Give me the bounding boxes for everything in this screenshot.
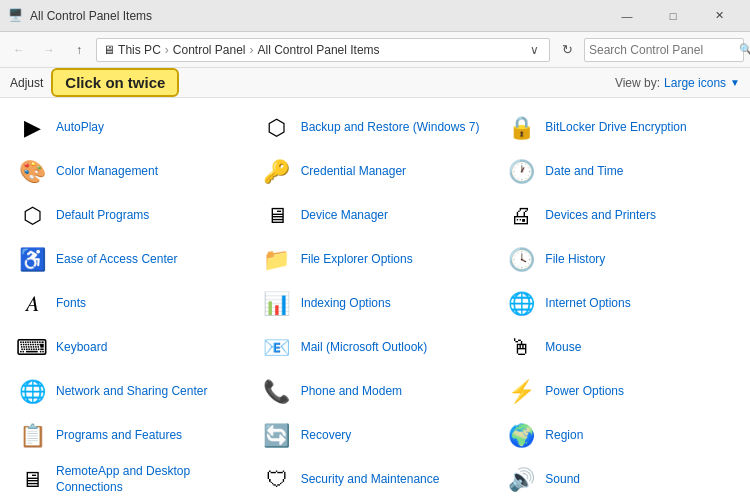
panel-item[interactable]: 🎨Color Management — [8, 150, 253, 194]
panel-item-icon: 📁 — [261, 244, 293, 276]
panel-item-icon: 🕐 — [505, 156, 537, 188]
panel-item-icon: ⌨ — [16, 332, 48, 364]
panel-item[interactable]: 🖱Mouse — [497, 326, 742, 370]
panel-item[interactable]: 📞Phone and Modem — [253, 370, 498, 414]
panel-item-label: Default Programs — [56, 208, 149, 224]
toolbar-left: Adjust Click on twice — [10, 68, 179, 97]
panel-item-icon: 🔒 — [505, 112, 537, 144]
panel-item[interactable]: 🕐Date and Time — [497, 150, 742, 194]
breadcrumb-all: All Control Panel Items — [258, 43, 380, 57]
panel-item-icon: 🕓 — [505, 244, 537, 276]
click-on-twice-tooltip: Click on twice — [51, 68, 179, 97]
panel-item-icon: 🛡 — [261, 464, 293, 496]
panel-item-icon: 📧 — [261, 332, 293, 364]
forward-button[interactable]: → — [36, 37, 62, 63]
panel-item-icon: 📞 — [261, 376, 293, 408]
view-by-label: View by: — [615, 76, 660, 90]
toolbar: Adjust Click on twice View by: Large ico… — [0, 68, 750, 98]
panel-item-label: Credential Manager — [301, 164, 406, 180]
panel-item[interactable]: 📁File Explorer Options — [253, 238, 498, 282]
panel-item[interactable]: 📋Programs and Features — [8, 414, 253, 458]
panel-item[interactable]: 𝐴Fonts — [8, 282, 253, 326]
back-button[interactable]: ← — [6, 37, 32, 63]
panel-item-label: RemoteApp and Desktop Connections — [56, 464, 245, 495]
panel-item[interactable]: 🔄Recovery — [253, 414, 498, 458]
panel-item[interactable]: 🌐Internet Options — [497, 282, 742, 326]
view-chevron-icon[interactable]: ▼ — [730, 77, 740, 88]
view-value[interactable]: Large icons — [664, 76, 726, 90]
panel-item-label: File History — [545, 252, 605, 268]
panel-item-icon: 🌐 — [505, 288, 537, 320]
toolbar-right: View by: Large icons ▼ — [615, 76, 740, 90]
panel-item[interactable]: 🛡Security and Maintenance — [253, 458, 498, 502]
panel-item[interactable]: 🖥Device Manager — [253, 194, 498, 238]
address-chevron-icon[interactable]: ∨ — [526, 43, 543, 57]
panel-item[interactable]: 🔊Sound — [497, 458, 742, 502]
panel-item-icon: ⬡ — [261, 112, 293, 144]
panel-item-icon: 🔑 — [261, 156, 293, 188]
panel-item-label: Date and Time — [545, 164, 623, 180]
panel-item-icon: ⬡ — [16, 200, 48, 232]
panel-item-label: Security and Maintenance — [301, 472, 440, 488]
breadcrumb-panel: Control Panel — [173, 43, 246, 57]
addressbar: ← → ↑ 🖥 This PC › Control Panel › All Co… — [0, 32, 750, 68]
panel-item-icon: 🔊 — [505, 464, 537, 496]
panel-item-label: Keyboard — [56, 340, 107, 356]
panel-item[interactable]: ▶AutoPlay — [8, 106, 253, 150]
panel-item-label: Ease of Access Center — [56, 252, 177, 268]
panel-item-label: Recovery — [301, 428, 352, 444]
content-area: ▶AutoPlay⬡Backup and Restore (Windows 7)… — [0, 98, 750, 503]
panel-item-icon: 🖥 — [16, 464, 48, 496]
panel-item-label: Mouse — [545, 340, 581, 356]
panel-item-icon: 🎨 — [16, 156, 48, 188]
panel-item-label: Internet Options — [545, 296, 630, 312]
maximize-button[interactable]: □ — [650, 0, 696, 32]
panel-item[interactable]: ⬡Default Programs — [8, 194, 253, 238]
panel-item-label: Backup and Restore (Windows 7) — [301, 120, 480, 136]
titlebar: 🖥️ All Control Panel Items — □ ✕ — [0, 0, 750, 32]
titlebar-controls: — □ ✕ — [604, 0, 742, 32]
panel-item-icon: 🖥 — [261, 200, 293, 232]
panel-item-label: Network and Sharing Center — [56, 384, 207, 400]
panel-item[interactable]: ⌨Keyboard — [8, 326, 253, 370]
panel-item[interactable]: 🌐Network and Sharing Center — [8, 370, 253, 414]
panel-item[interactable]: 🕓File History — [497, 238, 742, 282]
minimize-button[interactable]: — — [604, 0, 650, 32]
close-button[interactable]: ✕ — [696, 0, 742, 32]
panel-item-label: AutoPlay — [56, 120, 104, 136]
panel-item[interactable]: 📊Indexing Options — [253, 282, 498, 326]
refresh-button[interactable]: ↻ — [554, 37, 580, 63]
panel-item[interactable]: 🔑Credential Manager — [253, 150, 498, 194]
panel-item[interactable]: ♿Ease of Access Center — [8, 238, 253, 282]
panel-item[interactable]: ⚡Power Options — [497, 370, 742, 414]
panel-item-icon: 📋 — [16, 420, 48, 452]
panel-item-label: Indexing Options — [301, 296, 391, 312]
adjust-label: Adjust — [10, 76, 43, 90]
panel-item[interactable]: 🔒BitLocker Drive Encryption — [497, 106, 742, 150]
panel-item-icon: 𝐴 — [16, 288, 48, 320]
panel-item[interactable]: 🖥RemoteApp and Desktop Connections — [8, 458, 253, 502]
panel-item-icon: 🔄 — [261, 420, 293, 452]
up-button[interactable]: ↑ — [66, 37, 92, 63]
panel-item[interactable]: 🖨Devices and Printers — [497, 194, 742, 238]
address-box[interactable]: 🖥 This PC › Control Panel › All Control … — [96, 38, 550, 62]
panel-item[interactable]: 🌍Region — [497, 414, 742, 458]
panel-item-label: Color Management — [56, 164, 158, 180]
panel-item-icon: ▶ — [16, 112, 48, 144]
panel-item-icon: 📊 — [261, 288, 293, 320]
panel-item-label: Sound — [545, 472, 580, 488]
panel-item[interactable]: 📧Mail (Microsoft Outlook) — [253, 326, 498, 370]
panel-item-label: BitLocker Drive Encryption — [545, 120, 686, 136]
search-input[interactable] — [589, 43, 739, 57]
search-box[interactable]: 🔍 — [584, 38, 744, 62]
panel-item-label: Programs and Features — [56, 428, 182, 444]
panel-item-label: Region — [545, 428, 583, 444]
panel-item-icon: 🌐 — [16, 376, 48, 408]
panel-item[interactable]: ⬡Backup and Restore (Windows 7) — [253, 106, 498, 150]
panel-item-icon: 🖨 — [505, 200, 537, 232]
panel-item-label: Mail (Microsoft Outlook) — [301, 340, 428, 356]
panel-item-icon: 🌍 — [505, 420, 537, 452]
panel-item-icon: 🖱 — [505, 332, 537, 364]
panel-item-label: Fonts — [56, 296, 86, 312]
breadcrumb-pc: 🖥 This PC — [103, 43, 161, 57]
